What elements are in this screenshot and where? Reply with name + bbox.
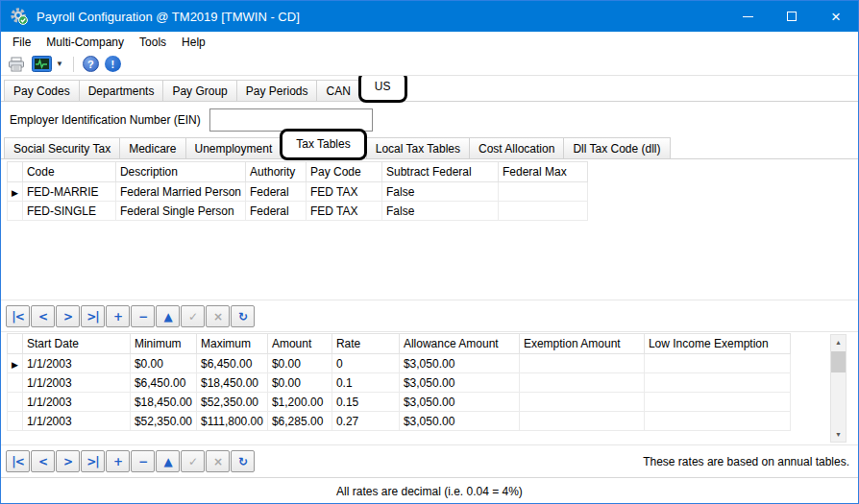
cell-code[interactable]: FED-MARRIE xyxy=(22,182,115,202)
nav-first-button[interactable]: |< xyxy=(6,305,30,327)
payroll-monitor-icon[interactable] xyxy=(29,54,55,75)
cell-start-date[interactable]: 1/1/2003 xyxy=(22,373,130,393)
menu-help[interactable]: Help xyxy=(174,34,213,51)
maximize-button[interactable] xyxy=(770,1,814,32)
cell-amount[interactable]: $6,285.00 xyxy=(267,412,331,431)
nav-delete-button[interactable]: − xyxy=(131,305,155,327)
nav-insert-button[interactable]: + xyxy=(106,305,130,327)
scroll-down-button[interactable]: ▼ xyxy=(831,427,846,442)
help-icon[interactable]: ? xyxy=(80,54,102,75)
rate-grid-scrollbar[interactable]: ▲ ▼ xyxy=(830,334,847,443)
cell-amount[interactable]: $1,200.00 xyxy=(267,393,331,412)
scrollbar-track[interactable] xyxy=(831,349,846,427)
cell-exemption-amount[interactable] xyxy=(519,354,644,373)
annual-tables-note: These rates are based on annual tables. xyxy=(256,455,858,468)
cell-allowance-amount[interactable]: $3,050.00 xyxy=(399,393,519,412)
cell-start-date[interactable]: 1/1/2003 xyxy=(22,354,130,373)
cell-subtract-federal[interactable]: False xyxy=(381,202,498,221)
cell-pay-code[interactable]: FED TAX xyxy=(306,182,381,202)
cell-rate[interactable]: 0.1 xyxy=(331,373,399,393)
cell-code[interactable]: FED-SINGLE xyxy=(22,202,115,221)
print-icon[interactable] xyxy=(5,54,29,75)
cell-start-date[interactable]: 1/1/2003 xyxy=(22,412,130,431)
cell-minimum[interactable]: $0.00 xyxy=(130,354,196,373)
dropdown-caret-icon[interactable]: ▼ xyxy=(55,60,67,68)
info-icon[interactable]: ! xyxy=(102,54,124,75)
tab-can[interactable]: CAN xyxy=(316,80,359,101)
cell-authority[interactable]: Federal xyxy=(245,202,306,221)
menu-multi-company[interactable]: Multi-Company xyxy=(38,34,132,51)
tab-medicare[interactable]: Medicare xyxy=(119,137,185,158)
nav-next-button[interactable]: > xyxy=(56,305,80,327)
cell-minimum[interactable]: $18,450.00 xyxy=(130,393,196,412)
tab-tax-tables[interactable]: Tax Tables xyxy=(280,129,366,160)
tab-social-security-tax[interactable]: Social Security Tax xyxy=(4,137,120,158)
cell-low-income-exemption[interactable] xyxy=(644,412,790,431)
menu-file[interactable]: File xyxy=(5,34,38,51)
tab-dll-tax-code[interactable]: Dll Tax Code (dll) xyxy=(563,137,670,158)
ein-row: Employer Identification Number (EIN) xyxy=(1,107,858,133)
close-button[interactable]: × xyxy=(814,1,858,32)
cell-maximum[interactable]: $6,450.00 xyxy=(196,354,267,373)
tab-cost-allocation[interactable]: Cost Allocation xyxy=(469,137,564,158)
nav-edit-button[interactable]: ▲ xyxy=(156,305,180,327)
tab-unemployment[interactable]: Unemployment xyxy=(185,137,282,158)
cell-federal-max[interactable] xyxy=(498,202,587,221)
cell-exemption-amount[interactable] xyxy=(519,373,644,393)
nav-refresh-button[interactable]: ↻ xyxy=(231,305,255,327)
cell-maximum[interactable]: $52,350.00 xyxy=(196,393,267,412)
nav-first-button[interactable]: |< xyxy=(6,450,30,472)
cell-subtract-federal[interactable]: False xyxy=(381,182,498,202)
table-row[interactable]: 1/1/2003 $52,350.00 $111,800.00 $6,285.0… xyxy=(8,412,791,431)
cell-exemption-amount[interactable] xyxy=(519,412,644,431)
table-row[interactable]: ▶ FED-MARRIE Federal Married Person Fede… xyxy=(8,182,588,202)
cell-authority[interactable]: Federal xyxy=(245,182,306,202)
cell-federal-max[interactable] xyxy=(498,182,587,202)
nav-prior-button[interactable]: < xyxy=(31,305,55,327)
cell-start-date[interactable]: 1/1/2003 xyxy=(22,393,130,412)
table-row[interactable]: FED-SINGLE Federal Single Person Federal… xyxy=(8,202,588,221)
nav-next-button[interactable]: > xyxy=(56,450,80,472)
cell-amount[interactable]: $0.00 xyxy=(267,354,331,373)
cell-rate[interactable]: 0.15 xyxy=(331,393,399,412)
cell-allowance-amount[interactable]: $3,050.00 xyxy=(399,354,519,373)
cell-amount[interactable]: $0.00 xyxy=(267,373,331,393)
cell-description[interactable]: Federal Single Person xyxy=(115,202,245,221)
scroll-up-button[interactable]: ▲ xyxy=(831,335,846,349)
cell-exemption-amount[interactable] xyxy=(519,393,644,412)
nav-refresh-button[interactable]: ↻ xyxy=(231,450,255,472)
minimize-button[interactable] xyxy=(725,1,770,32)
nav-prior-button[interactable]: < xyxy=(31,450,55,472)
cell-low-income-exemption[interactable] xyxy=(644,393,790,412)
cell-minimum[interactable]: $6,450.00 xyxy=(130,373,196,393)
tab-departments[interactable]: Departments xyxy=(79,80,164,101)
menu-tools[interactable]: Tools xyxy=(132,34,174,51)
selector-header xyxy=(8,162,23,182)
table-row[interactable]: ▶ 1/1/2003 $0.00 $6,450.00 $0.00 0 $3,05… xyxy=(8,354,791,373)
cell-low-income-exemption[interactable] xyxy=(644,373,790,393)
cell-maximum[interactable]: $111,800.00 xyxy=(196,412,267,431)
nav-delete-button[interactable]: − xyxy=(131,450,155,472)
nav-last-button[interactable]: >| xyxy=(81,305,105,327)
tab-pay-group[interactable]: Pay Group xyxy=(162,80,236,101)
cell-rate[interactable]: 0 xyxy=(331,354,399,373)
nav-last-button[interactable]: >| xyxy=(81,450,105,472)
table-row[interactable]: 1/1/2003 $18,450.00 $52,350.00 $1,200.00… xyxy=(8,393,791,412)
cell-description[interactable]: Federal Married Person xyxy=(115,182,245,202)
nav-edit-button[interactable]: ▲ xyxy=(156,450,180,472)
cell-maximum[interactable]: $18,450.00 xyxy=(196,373,267,393)
maximize-icon xyxy=(787,12,797,21)
cell-minimum[interactable]: $52,350.00 xyxy=(130,412,196,431)
tab-pay-periods[interactable]: Pay Periods xyxy=(236,80,318,101)
tab-pay-codes[interactable]: Pay Codes xyxy=(4,80,80,101)
nav-insert-button[interactable]: + xyxy=(106,450,130,472)
tab-us[interactable]: US xyxy=(358,76,407,103)
tab-local-tax-tables[interactable]: Local Tax Tables xyxy=(366,137,470,158)
cell-rate[interactable]: 0.27 xyxy=(331,412,399,431)
scrollbar-thumb[interactable] xyxy=(831,351,846,372)
cell-allowance-amount[interactable]: $3,050.00 xyxy=(399,373,519,393)
table-row[interactable]: 1/1/2003 $6,450.00 $18,450.00 $0.00 0.1 … xyxy=(8,373,791,393)
cell-allowance-amount[interactable]: $3,050.00 xyxy=(399,412,519,431)
cell-low-income-exemption[interactable] xyxy=(644,354,790,373)
cell-pay-code[interactable]: FED TAX xyxy=(306,202,381,221)
